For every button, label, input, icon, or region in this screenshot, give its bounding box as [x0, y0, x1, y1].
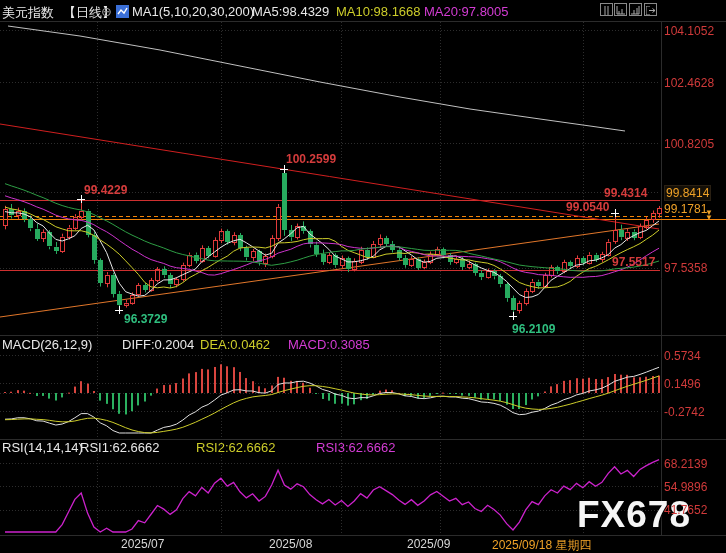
ma20-value: MA20:97.8005	[424, 4, 509, 19]
macd-diff-value: DIFF:0.2004	[122, 337, 194, 352]
price-annotation: 99.0540	[566, 200, 609, 214]
trading-chart-app: 美元指数 【日线】 ⊖ MA1(5,10,20,30,200) MA5:98.4…	[0, 0, 726, 553]
x-axis-label: 2025/07	[121, 537, 164, 551]
macd-axis-label: 0.1496	[664, 377, 701, 391]
collapse-icon[interactable]: ⊖	[101, 4, 112, 19]
ma-settings-label[interactable]: MA1(5,10,20,30,200)	[132, 4, 254, 19]
rsi2-value: RSI2:62.6662	[196, 440, 276, 455]
price-axis-label: 99.1781	[664, 202, 707, 216]
price-annotation: 100.2599	[286, 152, 336, 166]
macd-dea-value: DEA:0.0462	[200, 337, 270, 352]
macd-value: MACD:0.3085	[288, 337, 370, 352]
rsi-title[interactable]: RSI(14,14,14)	[2, 440, 83, 455]
price-annotation: 96.2109	[512, 322, 555, 336]
rsi3-value: RSI3:62.6662	[316, 440, 396, 455]
price-annotation: 97.5517	[612, 255, 655, 269]
chart-canvas[interactable]	[0, 0, 726, 553]
rsi1-value: RSI1:62.6662	[80, 440, 160, 455]
price-axis-label: 100.8205	[664, 137, 714, 151]
x-axis-label: 2025/08	[269, 537, 312, 551]
ma10-value: MA10:98.1668	[336, 4, 421, 19]
price-axis-label: 102.4628	[664, 76, 714, 90]
left-axis-scale-icon[interactable]	[614, 3, 627, 16]
price-annotation: 99.4229	[84, 183, 127, 197]
pan-out-icon[interactable]	[644, 3, 657, 16]
price-annotation: 99.4314	[604, 186, 647, 200]
rsi-axis-label: 68.2139	[664, 457, 707, 471]
split-view-icon[interactable]	[600, 3, 613, 16]
ma5-value: MA5:98.4329	[252, 4, 329, 19]
macd-axis-label: -0.2742	[664, 405, 705, 419]
macd-axis-label: 0.5734	[664, 349, 701, 363]
candlestick-chart-icon	[116, 4, 129, 22]
rsi-axis-label: 54.9896	[664, 480, 707, 494]
price-annotation: 96.3729	[124, 312, 167, 326]
rsi-axis-label: 41.7652	[664, 503, 707, 517]
price-axis-label: 97.5358	[664, 261, 707, 275]
right-axis-scale-icon[interactable]	[629, 3, 642, 16]
x-axis-label: 2025/09	[407, 537, 450, 551]
price-axis-label: 99.8414	[664, 185, 711, 201]
x-axis-label: 2025/09/18 星期四	[492, 537, 591, 553]
price-axis-label: 104.1052	[664, 24, 714, 38]
macd-title[interactable]: MACD(26,12,9)	[2, 337, 92, 352]
instrument-title: 美元指数	[2, 4, 54, 22]
